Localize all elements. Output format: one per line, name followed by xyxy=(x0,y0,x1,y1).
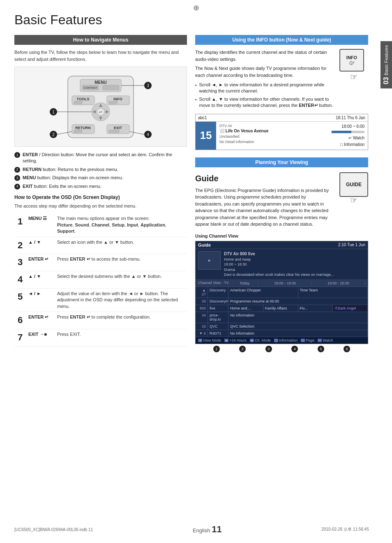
osd-num-7: 7 xyxy=(14,329,26,346)
time-block: Today 18:00 - 19:00 19:00 - 20:00 xyxy=(231,281,365,286)
guide-box-time: 2:10 Tue 1 Jun xyxy=(338,243,365,247)
guide-paragraph: The EPG (Electronic Programme Guide) inf… xyxy=(195,187,334,228)
osd-table: 1 MENU ☰ The main menu options appear on… xyxy=(14,213,187,346)
num-1: 1 xyxy=(14,152,20,158)
table-row: ▲ 27 Discovery American Chopper Time Tea… xyxy=(196,287,368,298)
osd-num-6: 6 xyxy=(14,312,26,329)
right-column: Using the INFO button (Now & Next guide)… xyxy=(195,35,368,354)
planning-header: Planning Your Viewing xyxy=(195,157,368,167)
footer-bar: [UC6500_XC]BN68-02694A-00L06.indb 11 Eng… xyxy=(14,524,369,535)
bullet-item-2: • Scroll ▲, ▼ to view information for ot… xyxy=(195,96,335,109)
footer-date: 2010-02-26 오후 11:56:45 xyxy=(321,527,369,532)
watch-label: ↵ Watch xyxy=(332,135,364,141)
info-button-label: INFO xyxy=(346,54,357,61)
two-col-layout: How to Navigate Menus Before using the T… xyxy=(14,35,368,354)
prog-cell: Fiv... xyxy=(298,305,333,312)
english-label: English xyxy=(193,527,212,534)
hand-icon-guide: ☞ xyxy=(339,195,368,205)
footer-view-mode: ★ View Mode xyxy=(198,338,221,342)
time-range: 18:00 ~ 6:00 xyxy=(332,123,364,130)
ch-name: QVC xyxy=(208,323,228,330)
ch-programs: Programmes resume at 06:00 xyxy=(228,298,368,305)
osd-key-4: ▲ / ▼ xyxy=(26,271,55,289)
ch-num: ▼ 6 xyxy=(196,330,208,337)
svg-rect-8 xyxy=(74,101,82,104)
osd-key-2: ▲ / ▼ xyxy=(26,237,55,254)
list-item-return: 2 RETURN button: Returns to the previous… xyxy=(14,166,187,173)
key-enter: ENTER xyxy=(23,152,38,157)
osd-num-1: 1 xyxy=(14,213,26,237)
table-row: 3 ENTER ↵ Press ENTER ↵ to access the su… xyxy=(14,254,187,271)
table-row: 24 price-drop.tv No Information xyxy=(196,312,368,323)
osd-num-5: 5 xyxy=(14,289,26,312)
programme-name: ⬜ Life On Venus Avenue xyxy=(219,128,325,134)
osd-desc-1: The main menu options appear on the scre… xyxy=(55,213,187,237)
channel-info-body: 15 DTV Air ⬜ Life On Venus Avenue Unclas… xyxy=(196,122,368,150)
key-menu: MENU xyxy=(23,175,36,180)
svg-text:TOOLS: TOOLS xyxy=(77,97,90,101)
ch-num: 800 xyxy=(196,305,208,312)
osd-num-2: 2 xyxy=(14,237,26,254)
time-cell-2: 18:00 - 19:00 xyxy=(258,281,312,286)
num-3: 3 xyxy=(14,175,20,181)
preview-genre: Drama xyxy=(224,267,334,273)
ch-programs: American Chopper Time Team xyxy=(228,287,368,298)
circle-5: 5 xyxy=(318,346,324,352)
info-text-block: The display identifies the current chann… xyxy=(195,49,335,111)
guide-channel-view-box: Guide 2:10 Tue 1 Jun ▶ DTV Air 800 five … xyxy=(195,241,368,344)
table-row: 1 MENU ☰ The main menu options appear on… xyxy=(14,213,187,237)
osd-key-6: ENTER ↵ xyxy=(26,312,55,329)
svg-text:4: 4 xyxy=(147,132,149,137)
guide-box-header: Guide 2:10 Tue 1 Jun xyxy=(196,241,368,249)
circle-4: 4 xyxy=(291,346,298,352)
osd-desc-6: Press ENTER ↵ to complete the configurat… xyxy=(55,312,187,329)
list-item-enter: 1 ENTER / Direction button: Move the cur… xyxy=(14,152,187,164)
ch-programs: No Information xyxy=(228,312,368,323)
guide-box-numbers: 1 2 3 4 5 6 xyxy=(195,344,368,354)
osd-key-1: MENU ☰ xyxy=(26,213,55,237)
ch-num: 16 xyxy=(196,323,208,330)
info-button-box: INFO ⓘ⁷ xyxy=(339,49,364,72)
guide-num-1: 1 xyxy=(213,346,220,352)
guide-button-box: GUIDE xyxy=(339,172,368,197)
guide-section: Guide The EPG (Electronic Programme Guid… xyxy=(195,172,368,228)
table-row: 800 five Home and.... Family Affairs Fiv… xyxy=(196,305,368,312)
svg-text:INFO: INFO xyxy=(113,97,122,101)
preview-thumbnail: ▶ xyxy=(198,251,221,270)
prog-cell: American Chopper xyxy=(228,287,298,298)
page-number: 11 xyxy=(212,524,221,534)
table-row: ▼ 6 R4DT1 No Information xyxy=(196,330,368,337)
guide-section-title: Guide xyxy=(195,172,334,185)
preview-title: DTV Air 800 five xyxy=(224,251,334,257)
hand-icon-info: ☞ xyxy=(339,71,368,83)
bullet-item-1: • Scroll ◄, ► to view information for a … xyxy=(195,82,335,95)
ch-name: five xyxy=(208,305,228,312)
preview-time: 18:00 ~ 18:30 xyxy=(224,262,334,267)
circle-6: 6 xyxy=(344,346,350,352)
channel-type: DTV Air xyxy=(219,123,325,129)
svg-text:1: 1 xyxy=(52,110,55,114)
channel-name-top: abc1 xyxy=(198,116,207,120)
footer-ch-mode: ■ Ch. Mode xyxy=(250,338,271,342)
prog-cell: No Information xyxy=(228,330,368,337)
footer-page: ◇ Page xyxy=(301,338,314,342)
footer-file: [UC6500_XC]BN68-02694A-00L06.indb 11 xyxy=(14,527,93,532)
ch-num: ▲ 27 xyxy=(196,287,208,298)
info-para-2: The Now & Next guide shows daily TV prog… xyxy=(195,65,335,79)
info-section-header: Using the INFO button (Now & Next guide) xyxy=(195,35,368,45)
key-return: RETURN xyxy=(23,167,42,172)
table-row: 4 ▲ / ▼ Select the desired submenu with … xyxy=(14,271,187,289)
left-column: How to Navigate Menus Before using the T… xyxy=(14,35,187,354)
channel-view-label: Channel View - TV xyxy=(198,281,231,286)
navigate-numbered-list: 1 ENTER / Direction button: Move the cur… xyxy=(14,152,187,189)
channel-middle: DTV Air ⬜ Life On Venus Avenue Unclassif… xyxy=(216,122,328,150)
guide-box-footer: ★ View Mode ■ +24 Hours ■ Ch. Mode ⓘ Inf… xyxy=(196,337,368,344)
guide-button-area: GUIDE ☞ xyxy=(339,172,368,228)
num-4: 4 xyxy=(14,184,20,189)
info-icon-footer: ⓘ xyxy=(274,339,278,342)
osd-desc-4: Select the desired submenu with the ▲ or… xyxy=(55,271,187,289)
info-button-sub: ⓘ⁷ xyxy=(346,61,357,67)
side-tab: 03 Basic Features xyxy=(380,41,392,88)
table-row: 7 EXIT →■ Press EXIT. xyxy=(14,329,187,346)
osd-key-7: EXIT →■ xyxy=(26,329,55,346)
